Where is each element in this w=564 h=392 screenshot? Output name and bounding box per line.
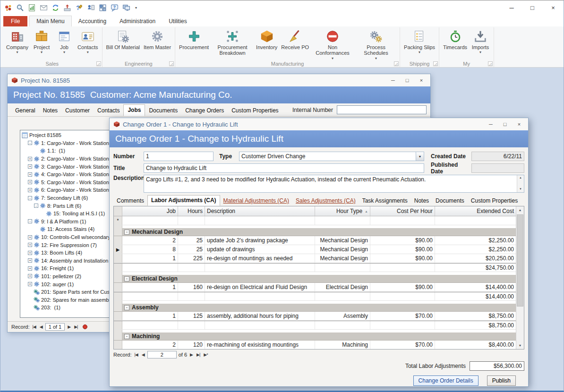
expand-icon[interactable]: + (28, 157, 32, 161)
minimize-button[interactable]: ─ (386, 76, 400, 85)
description-scrollbar[interactable]: ▲ ▼ (517, 175, 524, 192)
ribbon-button-receive-po[interactable]: Receive PO (279, 28, 311, 61)
cell-job[interactable]: 2 (122, 236, 178, 245)
project-tab-jobs[interactable]: Jobs (123, 104, 145, 116)
tree-node[interactable]: +101: pelletizer (2) (20, 273, 109, 281)
cell-extended-cost[interactable]: $20,250.00 (435, 254, 516, 263)
collapse-icon[interactable]: - (28, 219, 32, 223)
tree-node[interactable]: 202: Spares for main assembl (20, 296, 109, 304)
scroll-up-icon[interactable]: ▲ (519, 176, 522, 180)
cell-hours[interactable]: 120 (178, 341, 205, 349)
next-record-button[interactable]: ▶ (67, 324, 71, 329)
first-record-button[interactable]: |◀ (32, 324, 37, 329)
change-order-window-titlebar[interactable]: Change Order 1 - Change to Hydraulic Lif… (110, 118, 528, 130)
cell-cost-per-hour[interactable]: $90.00 (370, 245, 435, 254)
close-button[interactable]: × (543, 0, 564, 15)
ribbon-button-procurement-breakdown[interactable]: Procurement Breakdown (211, 28, 254, 61)
cell-hours[interactable]: 225 (178, 254, 205, 263)
cell-cost-per-hour[interactable]: $90.00 (370, 236, 435, 245)
last-record-button[interactable]: ▶| (196, 352, 201, 357)
cell-hour-type[interactable]: Assembly (315, 312, 370, 320)
cell-job[interactable]: 1 (122, 283, 178, 291)
project-tab-custom-properties[interactable]: Custom Properties (228, 105, 282, 116)
ribbon-button-inventory[interactable]: Inventory (254, 28, 279, 61)
cell-hour-type[interactable]: Mechanical Design (315, 245, 370, 254)
dialog-launcher-icon[interactable]: ◿ (169, 61, 174, 66)
new-record-button[interactable]: ▶* (203, 352, 208, 357)
project-window-titlebar[interactable]: Project No. 81585 ─ □ × (8, 74, 430, 86)
column-header-description[interactable]: Description (205, 206, 315, 216)
ribbon-button-procurement[interactable]: Procurement (177, 28, 211, 61)
ribbon-button-process-schedules[interactable]: Process Schedules▾ (354, 28, 398, 61)
org-chart-icon[interactable] (87, 4, 95, 12)
grid-new-row[interactable]: * (114, 216, 516, 225)
record-position[interactable]: 1 of 1 (45, 323, 65, 331)
cell-cost-per-hour[interactable]: $70.00 (370, 312, 435, 320)
expand-icon[interactable]: + (28, 188, 32, 192)
project-tab-documents[interactable]: Documents (145, 105, 181, 116)
ribbon-button-non-conformances[interactable]: Non Conformances▾ (311, 28, 354, 61)
cell-description[interactable]: assembly, additional hours for piping (205, 312, 315, 320)
ribbon-tab-main-menu[interactable]: Main Menu (29, 16, 71, 26)
cell-cost-per-hour[interactable] (370, 216, 435, 225)
tree-node[interactable]: 11: Access Stairs (4) (20, 225, 109, 233)
internal-number-input[interactable] (337, 105, 427, 114)
close-button[interactable]: × (512, 119, 526, 129)
cell-hour-type[interactable] (315, 216, 370, 225)
screens-icon[interactable] (122, 4, 130, 12)
grid-row[interactable]: 1125assembly, additional hours for pipin… (114, 312, 516, 321)
ribbon-button-project[interactable]: Project▾ (30, 28, 53, 60)
tree-node[interactable]: -1: Cargo-Vator - Work Station (20, 139, 109, 147)
cell-job[interactable]: 2 (122, 341, 178, 349)
column-header-job[interactable]: Job (122, 206, 178, 216)
ribbon-button-bill-of-material[interactable]: Bill Of Material (104, 28, 142, 60)
tree-node[interactable]: 201: Spare Parts sent for Cus (20, 288, 109, 296)
project-tab-general[interactable]: General (11, 105, 39, 116)
grid-row[interactable]: 225update Job 2's drawing packageMechani… (114, 236, 516, 245)
cell-extended-cost[interactable] (435, 216, 516, 225)
collapse-icon[interactable]: - (124, 334, 129, 339)
last-record-button[interactable]: ▶| (73, 324, 78, 329)
project-tab-change-orders[interactable]: Change Orders (181, 105, 228, 116)
cell-hour-type[interactable]: Mechanical Design (315, 236, 370, 245)
cell-cost-per-hour[interactable]: $90.00 (370, 254, 435, 263)
grid-vertical-scrollbar[interactable]: ▲ ▼ (516, 206, 524, 349)
tree-node[interactable]: +13: Boom Lifts (4) (20, 249, 109, 257)
mail-icon[interactable] (40, 4, 48, 12)
tree-node[interactable]: +10: Controls-Cell w/secondary (20, 233, 109, 241)
ribbon-button-packing-slips[interactable]: Packing Slips▾ (402, 28, 437, 60)
ribbon-tab-file[interactable]: File (3, 16, 27, 26)
dialog-launcher-icon[interactable]: ◿ (433, 61, 438, 66)
next-record-button[interactable]: ▶ (189, 352, 194, 357)
cell-cost-per-hour[interactable]: $70.00 (370, 341, 435, 349)
ribbon-button-job[interactable]: Job▾ (53, 28, 76, 60)
column-header-extended-cost[interactable]: Extended Cost (435, 206, 516, 216)
tree-node[interactable]: 1.1: (1) (20, 147, 109, 155)
change-order-tab-comments[interactable]: Comments (113, 196, 147, 206)
publish-icon[interactable] (63, 4, 71, 12)
collapse-icon[interactable]: - (28, 196, 32, 200)
ribbon-button-company[interactable]: Company▾ (4, 28, 30, 60)
scrollbar-thumb[interactable] (517, 214, 523, 307)
project-tab-customer[interactable]: Customer (61, 105, 94, 116)
cell-description[interactable]: re-machining of exisisting mountings (205, 341, 315, 349)
grid-row[interactable]: 2120re-machining of exisisting mountings… (114, 341, 516, 349)
toolbar-overflow-icon[interactable]: ▾ (135, 6, 137, 10)
cell-hours[interactable]: 25 (178, 236, 205, 245)
scroll-down-icon[interactable]: ▼ (516, 342, 524, 349)
dialog-launcher-icon[interactable]: ◿ (96, 61, 101, 66)
tree-node[interactable]: 15: Tooling at H.S.I (1) (20, 210, 109, 218)
cell-hours[interactable]: 125 (178, 312, 205, 320)
cell-job[interactable]: 1 (122, 312, 178, 320)
tree-node[interactable]: +14: Assembly and Installation (20, 257, 109, 265)
cell-extended-cost[interactable]: $2,250.00 (435, 236, 516, 245)
report-icon[interactable] (28, 4, 36, 12)
ribbon-tab-utilities[interactable]: Utilities (162, 16, 194, 26)
cell-description[interactable]: update of drawings (205, 245, 315, 254)
tree-node[interactable]: -7: Secondary Lift (6) (20, 194, 109, 202)
record-position[interactable]: 2 (147, 351, 177, 358)
prev-record-button[interactable]: ◀ (39, 324, 43, 329)
scroll-up-icon[interactable]: ▲ (516, 206, 524, 213)
expand-icon[interactable]: + (28, 235, 32, 239)
minimize-button[interactable]: ─ (484, 119, 498, 129)
